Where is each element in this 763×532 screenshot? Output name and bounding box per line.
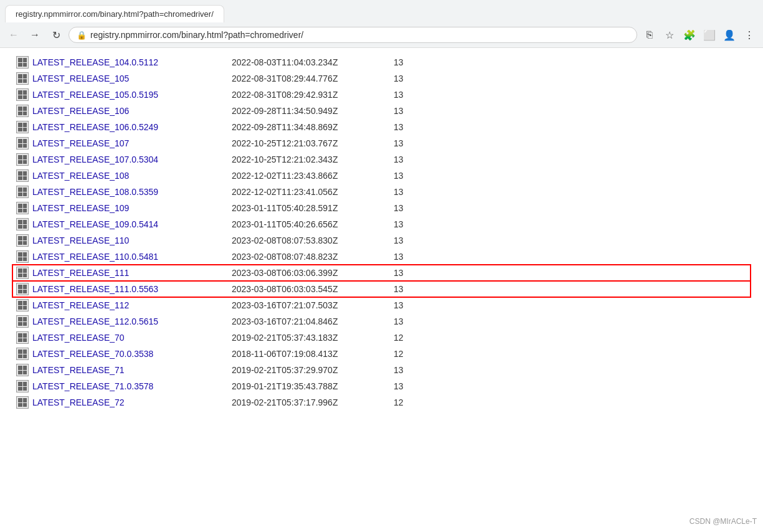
file-date: 2023-03-08T06:03:06.399Z (232, 268, 394, 278)
file-name: LATEST_RELEASE_111.0.5563 (32, 284, 232, 294)
file-link[interactable]: LATEST_RELEASE_108 (32, 171, 129, 181)
file-icon (12, 186, 32, 198)
profile-button[interactable]: 👤 (721, 26, 738, 44)
file-link[interactable]: LATEST_RELEASE_105 (32, 74, 129, 83)
file-icon (12, 234, 32, 247)
file-date: 2019-01-21T19:35:43.788Z (232, 381, 394, 391)
file-link[interactable]: LATEST_RELEASE_104.0.5112 (32, 57, 158, 67)
file-icon (12, 121, 32, 133)
file-row: LATEST_RELEASE_107 2022-10-25T12:21:03.7… (12, 135, 751, 151)
file-link[interactable]: LATEST_RELEASE_70.0.3538 (32, 349, 153, 359)
window-button[interactable]: ⬜ (701, 26, 718, 44)
file-icon (12, 202, 32, 214)
file-row: LATEST_RELEASE_110.0.5481 2023-02-08T08:… (12, 249, 751, 265)
file-icon (12, 153, 32, 166)
file-link[interactable]: LATEST_RELEASE_111 (32, 268, 129, 278)
file-size: 13 (394, 74, 404, 83)
file-link[interactable]: LATEST_RELEASE_105.0.5195 (32, 90, 158, 100)
file-name: LATEST_RELEASE_111 (32, 268, 232, 278)
file-date: 2022-08-31T08:29:44.776Z (232, 74, 394, 83)
file-size: 13 (394, 138, 404, 148)
file-link[interactable]: LATEST_RELEASE_112.0.5615 (32, 316, 158, 326)
file-size: 13 (394, 381, 404, 391)
file-icon-img (16, 364, 29, 376)
extensions-button[interactable]: 🧩 (681, 26, 698, 44)
share-button[interactable]: ⎘ (641, 26, 658, 44)
file-icon (12, 250, 32, 263)
toolbar: ← → ↻ 🔒 ⎘ ☆ 🧩 ⬜ 👤 ⋮ (0, 22, 763, 47)
more-button[interactable]: ⋮ (741, 26, 758, 44)
address-bar[interactable]: 🔒 (69, 27, 637, 43)
file-link[interactable]: LATEST_RELEASE_108.0.5359 (32, 187, 158, 197)
file-date: 2022-10-25T12:21:03.767Z (232, 138, 394, 148)
file-date: 2018-11-06T07:19:08.413Z (232, 349, 394, 359)
file-link[interactable]: LATEST_RELEASE_112 (32, 300, 129, 310)
file-name: LATEST_RELEASE_107.0.5304 (32, 154, 232, 164)
bookmark-button[interactable]: ☆ (661, 26, 678, 44)
reload-button[interactable]: ↻ (47, 26, 65, 44)
file-icon (12, 283, 32, 295)
file-row: LATEST_RELEASE_104.0.5112 2022-08-03T11:… (12, 54, 751, 70)
file-icon-img (16, 267, 29, 279)
file-name: LATEST_RELEASE_107 (32, 138, 232, 148)
file-link[interactable]: LATEST_RELEASE_72 (32, 397, 125, 407)
file-name: LATEST_RELEASE_110 (32, 235, 232, 245)
file-link[interactable]: LATEST_RELEASE_111.0.5563 (32, 284, 158, 294)
file-link[interactable]: LATEST_RELEASE_110.0.5481 (32, 252, 158, 262)
file-link[interactable]: LATEST_RELEASE_109.0.5414 (32, 219, 158, 229)
file-link[interactable]: LATEST_RELEASE_71 (32, 365, 125, 375)
file-size: 13 (394, 252, 404, 262)
file-icon-img (16, 218, 29, 230)
file-size: 13 (394, 316, 404, 326)
file-icon-img (16, 186, 29, 198)
file-date: 2023-02-08T08:07:53.830Z (232, 235, 394, 245)
toolbar-actions: ⎘ ☆ 🧩 ⬜ 👤 ⋮ (641, 26, 758, 44)
file-icon-img (16, 234, 29, 247)
file-size: 13 (394, 235, 404, 245)
file-name: LATEST_RELEASE_110.0.5481 (32, 252, 232, 262)
file-icon (12, 72, 32, 85)
file-icon-img (16, 315, 29, 328)
file-size: 12 (394, 333, 404, 343)
address-input[interactable] (90, 30, 629, 40)
file-link[interactable]: LATEST_RELEASE_107.0.5304 (32, 154, 158, 164)
file-date: 2022-09-28T11:34:50.949Z (232, 106, 394, 116)
file-link[interactable]: LATEST_RELEASE_106.0.5249 (32, 122, 158, 132)
file-date: 2022-12-02T11:23:43.866Z (232, 171, 394, 181)
file-name: LATEST_RELEASE_109.0.5414 (32, 219, 232, 229)
file-date: 2023-01-11T05:40:28.591Z (232, 203, 394, 213)
forward-button[interactable]: → (26, 26, 44, 44)
file-name: LATEST_RELEASE_109 (32, 203, 232, 213)
file-size: 13 (394, 365, 404, 375)
file-date: 2023-03-16T07:21:07.503Z (232, 300, 394, 310)
file-icon (12, 137, 32, 150)
file-row: LATEST_RELEASE_106 2022-09-28T11:34:50.9… (12, 103, 751, 119)
file-link[interactable]: LATEST_RELEASE_109 (32, 203, 129, 213)
file-date: 2019-02-21T05:37:17.996Z (232, 397, 394, 407)
file-link[interactable]: LATEST_RELEASE_70 (32, 333, 125, 343)
file-icon (12, 218, 32, 230)
file-size: 13 (394, 300, 404, 310)
file-icon-img (16, 250, 29, 263)
file-icon-img (16, 88, 29, 101)
file-row: LATEST_RELEASE_71 2019-02-21T05:37:29.97… (12, 362, 751, 378)
file-size: 13 (394, 171, 404, 181)
file-row: LATEST_RELEASE_108.0.5359 2022-12-02T11:… (12, 184, 751, 200)
file-icon-img (16, 299, 29, 311)
file-icon (12, 88, 32, 101)
file-date: 2023-02-08T08:07:48.823Z (232, 252, 394, 262)
browser-tab[interactable]: registry.npmmirror.com/binary.html?path=… (5, 5, 224, 22)
back-button[interactable]: ← (5, 26, 22, 44)
file-row: LATEST_RELEASE_112 2023-03-16T07:21:07.5… (12, 297, 751, 313)
file-icon-img (16, 137, 29, 150)
file-link[interactable]: LATEST_RELEASE_110 (32, 235, 129, 245)
file-size: 13 (394, 106, 404, 116)
file-link[interactable]: LATEST_RELEASE_106 (32, 106, 129, 116)
file-name: LATEST_RELEASE_112.0.5615 (32, 316, 232, 326)
file-icon-img (16, 105, 29, 117)
file-row: LATEST_RELEASE_70 2019-02-21T05:37:43.18… (12, 330, 751, 346)
file-link[interactable]: LATEST_RELEASE_71.0.3578 (32, 381, 153, 391)
file-link[interactable]: LATEST_RELEASE_107 (32, 138, 129, 148)
file-row: LATEST_RELEASE_105 2022-08-31T08:29:44.7… (12, 70, 751, 87)
file-row: LATEST_RELEASE_106.0.5249 2022-09-28T11:… (12, 119, 751, 135)
